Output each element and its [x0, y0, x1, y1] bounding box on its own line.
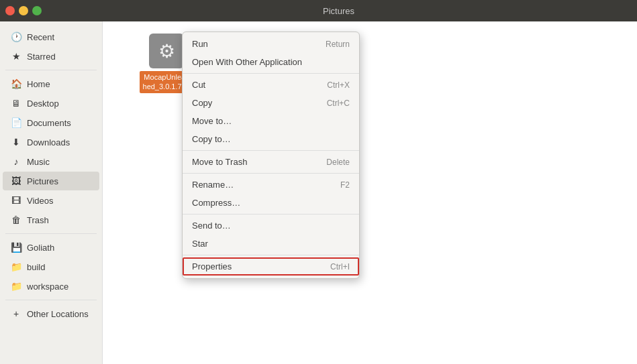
sidebar-label-trash: Trash	[27, 215, 49, 225]
sidebar-item-pictures[interactable]: 🖼Pictures	[3, 172, 99, 190]
other-locations-icon: +	[11, 308, 21, 319]
ctx-divider-after-compress	[183, 214, 359, 215]
ctx-label-run: Run	[192, 39, 208, 49]
sidebar-item-documents[interactable]: 📄Documents	[3, 113, 99, 132]
ctx-item-run[interactable]: RunReturn	[183, 35, 359, 53]
sidebar-label-other-locations: Other Locations	[27, 309, 89, 319]
ctx-item-cut[interactable]: CutCtrl+X	[183, 76, 359, 94]
videos-icon: 🎞	[11, 195, 21, 206]
main-layout: 🕐Recent★Starred🏠Home🖥Desktop📄Documents⬇D…	[0, 21, 637, 364]
sidebar-item-videos[interactable]: 🎞Videos	[3, 191, 99, 210]
home-icon: 🏠	[11, 78, 21, 89]
recent-icon: 🕐	[11, 32, 21, 42]
ctx-divider-after-move-to-trash	[183, 173, 359, 174]
ctx-item-copy[interactable]: CopyCtrl+C	[183, 94, 359, 112]
ctx-divider-after-copy-to	[183, 150, 359, 151]
close-button[interactable]	[5, 6, 15, 15]
ctx-label-move-to-trash: Move to Trash	[192, 157, 247, 167]
sidebar-item-other-locations[interactable]: +Other Locations	[3, 304, 99, 323]
window-title: Pictures	[323, 6, 354, 16]
pictures-icon: 🖼	[11, 176, 21, 186]
sidebar-label-videos: Videos	[27, 196, 54, 206]
sidebar-label-music: Music	[27, 157, 50, 167]
ctx-shortcut-rename: F2	[340, 180, 350, 190]
ctx-shortcut-copy: Ctrl+C	[327, 99, 350, 108]
ctx-item-star[interactable]: Star	[183, 235, 359, 253]
ctx-divider-after-star	[183, 255, 359, 255]
workspace-icon: 📁	[11, 281, 21, 292]
sidebar-label-downloads: Downloads	[27, 137, 70, 147]
sidebar-item-starred[interactable]: ★Starred	[3, 47, 99, 66]
titlebar: Pictures	[0, 0, 637, 21]
sidebar-label-documents: Documents	[27, 118, 71, 128]
minimize-button[interactable]	[19, 6, 28, 15]
ctx-item-properties[interactable]: PropertiesCtrl+I	[183, 257, 359, 276]
goliath-icon: 💾	[11, 242, 21, 253]
context-menu: RunReturnOpen With Other ApplicationCutC…	[182, 32, 360, 279]
sidebar-item-downloads[interactable]: ⬇Downloads	[3, 133, 99, 151]
ctx-item-move-to-trash[interactable]: Move to TrashDelete	[183, 153, 359, 171]
ctx-label-rename: Rename…	[192, 180, 234, 190]
ctx-shortcut-move-to-trash: Delete	[326, 158, 350, 167]
ctx-item-copy-to[interactable]: Copy to…	[183, 130, 359, 148]
gear-icon: ⚙	[158, 40, 175, 62]
ctx-item-send-to[interactable]: Send to…	[183, 217, 359, 235]
downloads-icon: ⬇	[11, 137, 21, 147]
trash-icon: 🗑	[11, 215, 21, 225]
ctx-label-compress: Compress…	[192, 198, 240, 208]
sidebar-item-workspace[interactable]: 📁workspace	[3, 277, 99, 296]
ctx-label-open-with: Open With Other Application	[192, 57, 302, 67]
ctx-shortcut-properties: Ctrl+I	[330, 262, 350, 271]
music-icon: ♪	[11, 156, 21, 167]
sidebar-label-recent: Recent	[27, 32, 54, 42]
content-area: ⚙ MocapUnleashed_3.0.1.7.ru RunReturnOpe…	[103, 21, 637, 364]
file-icon-image: ⚙	[149, 34, 184, 68]
sidebar: 🕐Recent★Starred🏠Home🖥Desktop📄Documents⬇D…	[0, 21, 103, 364]
sidebar-item-music[interactable]: ♪Music	[3, 152, 99, 171]
sidebar-item-desktop[interactable]: 🖥Desktop	[3, 94, 99, 113]
sidebar-label-workspace: workspace	[27, 282, 68, 292]
sidebar-divider-top	[5, 70, 97, 70]
ctx-label-properties: Properties	[192, 261, 232, 271]
sidebar-item-trash[interactable]: 🗑Trash	[3, 210, 99, 229]
desktop-icon: 🖥	[11, 98, 21, 109]
ctx-shortcut-run: Return	[326, 40, 350, 49]
maximize-button[interactable]	[32, 6, 42, 15]
ctx-label-copy: Copy	[192, 98, 212, 108]
sidebar-divider-devices	[5, 233, 97, 234]
ctx-shortcut-cut: Ctrl+X	[327, 80, 350, 90]
sidebar-item-goliath[interactable]: 💾Goliath	[3, 238, 99, 257]
ctx-label-star: Star	[192, 239, 208, 249]
ctx-item-move-to[interactable]: Move to…	[183, 112, 359, 130]
build-icon: 📁	[11, 261, 21, 272]
sidebar-label-pictures: Pictures	[27, 176, 58, 186]
ctx-label-cut: Cut	[192, 80, 205, 90]
ctx-divider-after-open-with	[183, 73, 359, 74]
sidebar-label-goliath: Goliath	[27, 243, 54, 253]
sidebar-label-build: build	[27, 262, 45, 272]
ctx-item-compress[interactable]: Compress…	[183, 194, 359, 212]
sidebar-item-recent[interactable]: 🕐Recent	[3, 27, 99, 46]
sidebar-label-starred: Starred	[27, 52, 56, 62]
sidebar-divider-other	[5, 300, 97, 300]
ctx-label-move-to: Move to…	[192, 116, 232, 126]
sidebar-label-desktop: Desktop	[27, 99, 59, 109]
ctx-item-open-with[interactable]: Open With Other Application	[183, 53, 359, 71]
starred-icon: ★	[11, 51, 21, 62]
documents-icon: 📄	[11, 117, 21, 128]
sidebar-item-build[interactable]: 📁build	[3, 257, 99, 276]
sidebar-item-home[interactable]: 🏠Home	[3, 74, 99, 93]
ctx-item-rename[interactable]: Rename…F2	[183, 176, 359, 194]
ctx-label-send-to: Send to…	[192, 221, 231, 231]
sidebar-label-home: Home	[27, 79, 50, 89]
ctx-label-copy-to: Copy to…	[192, 134, 231, 144]
